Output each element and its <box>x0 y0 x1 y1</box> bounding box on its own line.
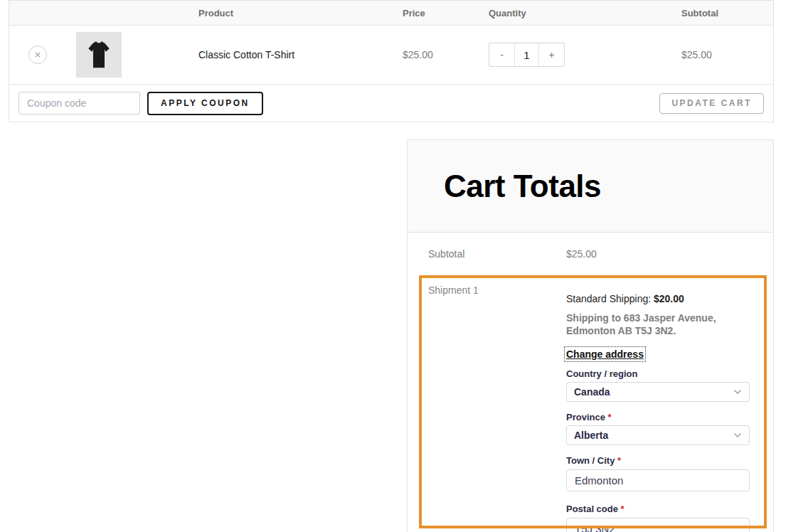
product-thumbnail[interactable] <box>76 32 122 78</box>
shipping-method-line: Standard Shipping: $20.00 <box>566 293 773 305</box>
coupon-code-input[interactable] <box>18 92 140 115</box>
cart-totals-header: Cart Totals <box>408 140 773 233</box>
postcode-label-text: Postal code <box>566 504 618 514</box>
tshirt-image <box>80 36 118 74</box>
shipping-method-price: $20.00 <box>654 293 684 304</box>
cart-totals-panel: Cart Totals Subtotal $25.00 Shipment 1 S… <box>407 139 774 532</box>
quantity-cell: - + <box>479 43 673 67</box>
chevron-down-icon <box>733 432 742 438</box>
shipment-details: Standard Shipping: $20.00 Shipping to 68… <box>566 284 773 532</box>
subtotal-row: Subtotal $25.00 <box>408 233 773 275</box>
product-price: $25.00 <box>394 49 479 60</box>
x-icon <box>33 50 42 59</box>
cart-actions-row: APPLY COUPON UPDATE CART <box>9 85 773 122</box>
city-input[interactable] <box>566 469 750 491</box>
city-label-text: Town / City <box>566 455 615 466</box>
shipping-method-label: Standard Shipping: <box>566 293 654 304</box>
cart-table: Product Price Quantity Subtotal Classic … <box>9 0 774 122</box>
province-select[interactable]: Alberta <box>566 425 750 445</box>
province-required-mark: * <box>608 412 612 422</box>
country-select-value: Canada <box>574 386 733 398</box>
remove-cell <box>9 46 66 64</box>
province-label-text: Province <box>566 412 605 422</box>
province-select-value: Alberta <box>574 430 733 441</box>
cart-totals-title: Cart Totals <box>444 169 601 204</box>
product-name-link[interactable]: Classic Cotton T-Shirt <box>198 49 394 60</box>
subtotal-label: Subtotal <box>408 248 566 260</box>
change-address-link[interactable]: Change address <box>566 349 644 360</box>
quantity-decrease-button[interactable]: - <box>489 43 514 66</box>
country-label: Country / region <box>566 368 773 379</box>
country-label-text: Country / region <box>566 368 637 379</box>
thumbnail-cell <box>66 32 198 78</box>
product-line-subtotal: $25.00 <box>673 49 773 60</box>
apply-coupon-button[interactable]: APPLY COUPON <box>147 92 263 115</box>
postcode-input[interactable] <box>566 518 750 532</box>
cart-item-row: Classic Cotton T-Shirt $25.00 - + $25.00 <box>9 26 773 85</box>
cart-table-header: Product Price Quantity Subtotal <box>9 1 773 26</box>
subtotal-value: $25.00 <box>566 248 773 260</box>
quantity-stepper: - + <box>489 43 565 67</box>
country-select[interactable]: Canada <box>566 382 750 402</box>
shipment-label: Shipment 1 <box>408 284 566 532</box>
shipment-section: Shipment 1 Standard Shipping: $20.00 Shi… <box>408 276 773 532</box>
quantity-increase-button[interactable]: + <box>539 43 564 66</box>
update-cart-button[interactable]: UPDATE CART <box>659 93 764 114</box>
city-required-mark: * <box>617 455 621 466</box>
column-header-quantity: Quantity <box>479 8 673 18</box>
city-label: Town / City * <box>566 455 773 466</box>
column-header-subtotal: Subtotal <box>673 8 773 18</box>
quantity-input[interactable] <box>514 43 539 66</box>
province-label: Province * <box>566 412 773 422</box>
postcode-required-mark: * <box>621 504 624 514</box>
chevron-down-icon <box>733 389 742 395</box>
column-header-price: Price <box>394 8 479 18</box>
shipping-address-note: Shipping to 683 Jasper Avenue, Edmonton … <box>566 312 754 337</box>
remove-item-button[interactable] <box>28 46 47 64</box>
column-header-product: Product <box>198 8 394 18</box>
postcode-label: Postal code * <box>566 504 773 514</box>
